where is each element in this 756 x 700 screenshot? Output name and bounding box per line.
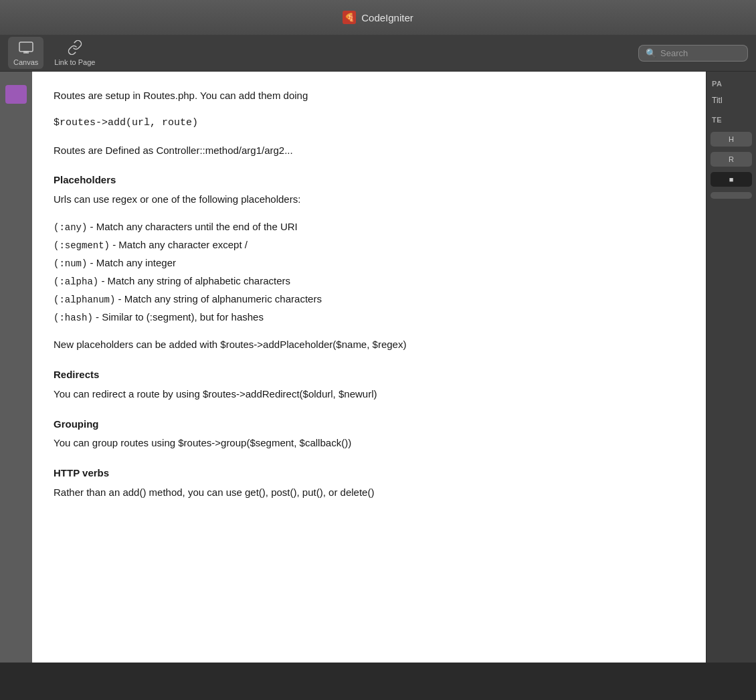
extra-btn[interactable] — [711, 192, 752, 199]
search-box[interactable]: 🔍 — [638, 45, 748, 62]
placeholder-code-6: (:hash) — [54, 313, 93, 323]
intro-text-2: Routes are Defined as Controller::method… — [54, 143, 684, 159]
placeholder-desc-2: - Match any character except / — [112, 239, 248, 250]
title-bar: 🍕 CodeIgniter — [0, 0, 756, 35]
list-item: (:any) - Match any characters until the … — [54, 219, 684, 236]
placeholder-list: (:any) - Match any characters until the … — [54, 219, 684, 327]
window-title: 🍕 CodeIgniter — [343, 11, 413, 24]
app-icon-label: 🍕 — [345, 13, 355, 22]
list-item: (:hash) - Similar to (:segment), but for… — [54, 309, 684, 326]
left-sidebar — [0, 72, 32, 700]
placeholder-code-4: (:alpha) — [54, 276, 98, 287]
search-icon: 🔍 — [646, 48, 656, 58]
http-verbs-title: HTTP verbs — [54, 465, 684, 482]
canvas-icon — [18, 39, 34, 56]
link-to-page-label: Link to Page — [54, 58, 95, 66]
grouping-body: You can group routes using $routes->grou… — [54, 435, 684, 452]
placeholder-desc-4: - Match any string of alphabetic charact… — [101, 275, 290, 286]
placeholders-title: Placeholders — [54, 172, 684, 189]
canvas-label: Canvas — [13, 58, 38, 66]
list-item: (:num) - Match any integer — [54, 255, 684, 272]
bottom-strip — [0, 663, 756, 700]
list-item: (:segment) - Match any character except … — [54, 237, 684, 254]
placeholder-code-3: (:num) — [54, 258, 87, 269]
title-label: Titl — [706, 93, 756, 108]
placeholders-intro: Urls can use regex or one of the followi… — [54, 191, 684, 208]
svg-rect-0 — [19, 42, 33, 52]
list-item: (:alphanum) - Match any string of alphan… — [54, 291, 684, 308]
sidebar-active-item[interactable] — [5, 85, 27, 104]
search-input[interactable] — [660, 48, 741, 58]
main-layout: Routes are setup in Routes.php. You can … — [0, 72, 756, 700]
right-sidebar: PA Titl TE H R ■ — [706, 72, 756, 700]
intro-text-1: Routes are setup in Routes.php. You can … — [54, 88, 684, 104]
text-section-header: TE — [706, 116, 756, 129]
placeholder-desc-3: - Match any integer — [90, 257, 176, 268]
toolbar: Canvas Link to Page 🔍 — [0, 35, 756, 72]
placeholder-desc-6: - Similar to (:segment), but for hashes — [96, 311, 264, 323]
canvas-button[interactable]: Canvas — [8, 37, 43, 69]
redirects-title: Redirects — [54, 367, 684, 383]
content-area: Routes are setup in Routes.php. You can … — [32, 72, 706, 700]
new-placeholders-text: New placeholders can be added with $rout… — [54, 337, 684, 353]
redirects-body: You can redirect a route by using $route… — [54, 386, 684, 403]
regular-btn[interactable]: R — [711, 152, 752, 167]
http-verbs-body: Rather than an add() method, you can use… — [54, 485, 684, 501]
dark-option-btn[interactable]: ■ — [711, 172, 752, 187]
placeholder-code-1: (:any) — [54, 222, 87, 233]
placeholder-desc-1: - Match any characters until the end of … — [90, 221, 298, 232]
list-item: (:alpha) - Match any string of alphabeti… — [54, 273, 684, 290]
app-icon: 🍕 — [343, 11, 356, 24]
code-add: $routes->add(url, route) — [54, 115, 684, 132]
placeholder-code-5: (:alphanum) — [54, 294, 115, 305]
grouping-title: Grouping — [54, 416, 684, 433]
heading-btn[interactable]: H — [711, 132, 752, 147]
placeholder-code-2: (:segment) — [54, 240, 110, 251]
placeholder-desc-5: - Match any string of alphanumeric chara… — [118, 293, 322, 304]
link-to-page-button[interactable]: Link to Page — [49, 37, 100, 69]
page-section-header: PA — [706, 80, 756, 93]
link-icon — [67, 39, 83, 56]
app-title: CodeIgniter — [361, 12, 413, 23]
